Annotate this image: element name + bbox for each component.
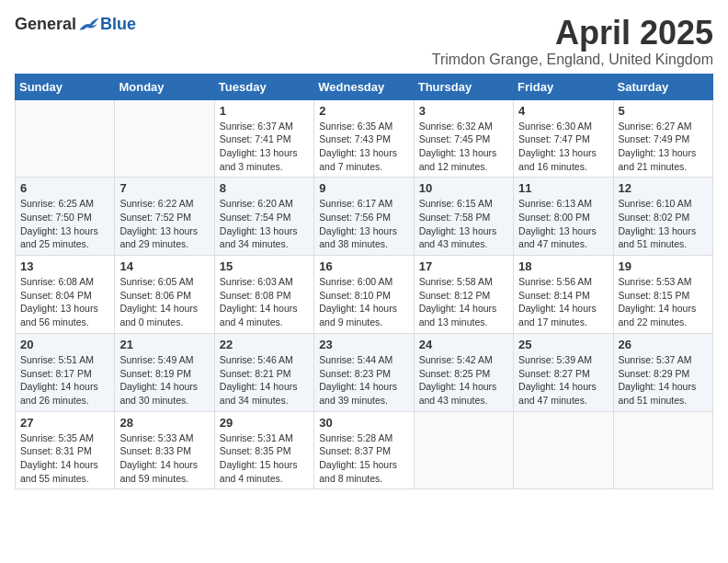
calendar-week-row: 1Sunrise: 6:37 AMSunset: 7:41 PMDaylight… [16, 99, 713, 178]
table-row: 9Sunrise: 6:17 AMSunset: 7:56 PMDaylight… [314, 178, 414, 256]
table-row: 27Sunrise: 5:35 AMSunset: 8:31 PMDayligh… [16, 411, 115, 489]
calendar-table: Sunday Monday Tuesday Wednesday Thursday… [15, 74, 713, 490]
day-number: 14 [119, 259, 209, 273]
day-info: Sunrise: 6:22 AMSunset: 7:52 PMDaylight:… [119, 197, 209, 251]
day-info: Sunrise: 6:20 AMSunset: 7:54 PMDaylight:… [220, 197, 309, 251]
day-number: 9 [319, 181, 408, 195]
table-row: 5Sunrise: 6:27 AMSunset: 7:49 PMDaylight… [613, 99, 712, 178]
table-row [514, 411, 613, 489]
day-number: 11 [518, 181, 608, 195]
col-saturday: Saturday [613, 74, 712, 99]
table-row: 21Sunrise: 5:49 AMSunset: 8:19 PMDayligh… [115, 333, 214, 411]
col-tuesday: Tuesday [214, 74, 313, 99]
calendar-week-row: 6Sunrise: 6:25 AMSunset: 7:50 PMDaylight… [16, 178, 713, 256]
table-row [414, 411, 513, 489]
day-info: Sunrise: 6:17 AMSunset: 7:56 PMDaylight:… [319, 197, 408, 251]
day-info: Sunrise: 5:58 AMSunset: 8:12 PMDaylight:… [419, 275, 508, 329]
day-info: Sunrise: 6:25 AMSunset: 7:50 PMDaylight:… [20, 197, 109, 251]
day-info: Sunrise: 6:37 AMSunset: 7:41 PMDaylight:… [220, 120, 309, 174]
table-row: 2Sunrise: 6:35 AMSunset: 7:43 PMDaylight… [314, 99, 414, 178]
calendar-header-row: Sunday Monday Tuesday Wednesday Thursday… [16, 74, 713, 99]
table-row: 10Sunrise: 6:15 AMSunset: 7:58 PMDayligh… [414, 178, 513, 256]
day-info: Sunrise: 5:28 AMSunset: 8:37 PMDaylight:… [319, 431, 408, 486]
day-info: Sunrise: 5:39 AMSunset: 8:27 PMDaylight:… [518, 353, 608, 408]
title-area: April 2025 Trimdon Grange, England, Unit… [432, 15, 713, 68]
table-row: 20Sunrise: 5:51 AMSunset: 8:17 PMDayligh… [16, 333, 115, 411]
table-row: 29Sunrise: 5:31 AMSunset: 8:35 PMDayligh… [214, 411, 313, 489]
table-row: 3Sunrise: 6:32 AMSunset: 7:45 PMDaylight… [414, 99, 513, 178]
day-info: Sunrise: 5:35 AMSunset: 8:31 PMDaylight:… [20, 431, 109, 486]
day-number: 27 [20, 416, 109, 430]
day-number: 17 [419, 259, 508, 273]
day-info: Sunrise: 5:44 AMSunset: 8:23 PMDaylight:… [319, 353, 408, 408]
table-row: 22Sunrise: 5:46 AMSunset: 8:21 PMDayligh… [214, 333, 313, 411]
table-row: 24Sunrise: 5:42 AMSunset: 8:25 PMDayligh… [414, 333, 513, 411]
calendar-week-row: 27Sunrise: 5:35 AMSunset: 8:31 PMDayligh… [16, 411, 713, 489]
table-row: 23Sunrise: 5:44 AMSunset: 8:23 PMDayligh… [314, 333, 414, 411]
day-info: Sunrise: 5:56 AMSunset: 8:14 PMDaylight:… [518, 275, 608, 329]
col-thursday: Thursday [414, 74, 513, 99]
day-number: 21 [119, 338, 209, 351]
day-number: 22 [220, 338, 309, 351]
day-number: 29 [220, 416, 309, 430]
logo-blue-text: Blue [100, 15, 136, 34]
day-number: 25 [518, 338, 608, 351]
col-friday: Friday [514, 74, 613, 99]
day-number: 26 [619, 338, 708, 351]
table-row: 1Sunrise: 6:37 AMSunset: 7:41 PMDaylight… [214, 99, 313, 178]
day-info: Sunrise: 5:37 AMSunset: 8:29 PMDaylight:… [619, 353, 708, 408]
day-info: Sunrise: 6:27 AMSunset: 7:49 PMDaylight:… [619, 120, 708, 174]
day-number: 2 [319, 104, 408, 118]
table-row [16, 99, 115, 178]
page-container: General Blue April 2025 Trimdon Grange, … [0, 0, 728, 499]
day-info: Sunrise: 5:51 AMSunset: 8:17 PMDaylight:… [20, 353, 109, 408]
day-number: 5 [619, 104, 708, 118]
day-info: Sunrise: 5:42 AMSunset: 8:25 PMDaylight:… [419, 353, 508, 408]
day-number: 19 [619, 259, 708, 273]
day-info: Sunrise: 6:05 AMSunset: 8:06 PMDaylight:… [119, 275, 209, 329]
day-number: 24 [419, 338, 508, 351]
table-row: 19Sunrise: 5:53 AMSunset: 8:15 PMDayligh… [613, 256, 712, 334]
table-row: 11Sunrise: 6:13 AMSunset: 8:00 PMDayligh… [514, 178, 613, 256]
day-number: 3 [419, 104, 508, 118]
location-subtitle: Trimdon Grange, England, United Kingdom [432, 52, 713, 68]
logo-bird-icon [78, 16, 100, 34]
day-number: 6 [20, 181, 109, 195]
day-number: 30 [319, 416, 408, 430]
col-monday: Monday [115, 74, 214, 99]
col-wednesday: Wednesday [314, 74, 414, 99]
day-info: Sunrise: 5:33 AMSunset: 8:33 PMDaylight:… [119, 431, 209, 486]
table-row: 8Sunrise: 6:20 AMSunset: 7:54 PMDaylight… [214, 178, 313, 256]
calendar-week-row: 20Sunrise: 5:51 AMSunset: 8:17 PMDayligh… [16, 333, 713, 411]
day-number: 4 [518, 104, 608, 118]
day-info: Sunrise: 6:30 AMSunset: 7:47 PMDaylight:… [518, 120, 608, 174]
day-number: 20 [20, 338, 109, 351]
table-row [115, 99, 214, 178]
day-info: Sunrise: 5:53 AMSunset: 8:15 PMDaylight:… [619, 275, 708, 329]
table-row: 26Sunrise: 5:37 AMSunset: 8:29 PMDayligh… [613, 333, 712, 411]
table-row: 7Sunrise: 6:22 AMSunset: 7:52 PMDaylight… [115, 178, 214, 256]
calendar-week-row: 13Sunrise: 6:08 AMSunset: 8:04 PMDayligh… [16, 256, 713, 334]
day-info: Sunrise: 6:10 AMSunset: 8:02 PMDaylight:… [619, 197, 708, 251]
day-info: Sunrise: 6:13 AMSunset: 8:00 PMDaylight:… [518, 197, 608, 251]
table-row: 12Sunrise: 6:10 AMSunset: 8:02 PMDayligh… [613, 178, 712, 256]
table-row: 16Sunrise: 6:00 AMSunset: 8:10 PMDayligh… [314, 256, 414, 334]
day-number: 8 [220, 181, 309, 195]
table-row: 13Sunrise: 6:08 AMSunset: 8:04 PMDayligh… [16, 256, 115, 334]
day-info: Sunrise: 6:08 AMSunset: 8:04 PMDaylight:… [20, 275, 109, 329]
logo: General Blue [15, 15, 136, 34]
month-title: April 2025 [432, 15, 713, 52]
day-info: Sunrise: 6:00 AMSunset: 8:10 PMDaylight:… [319, 275, 408, 329]
day-number: 28 [119, 416, 209, 430]
table-row: 18Sunrise: 5:56 AMSunset: 8:14 PMDayligh… [514, 256, 613, 334]
table-row: 4Sunrise: 6:30 AMSunset: 7:47 PMDaylight… [514, 99, 613, 178]
day-info: Sunrise: 6:03 AMSunset: 8:08 PMDaylight:… [220, 275, 309, 329]
day-info: Sunrise: 6:35 AMSunset: 7:43 PMDaylight:… [319, 120, 408, 174]
day-number: 23 [319, 338, 408, 351]
day-info: Sunrise: 6:15 AMSunset: 7:58 PMDaylight:… [419, 197, 508, 251]
table-row: 30Sunrise: 5:28 AMSunset: 8:37 PMDayligh… [314, 411, 414, 489]
day-number: 12 [619, 181, 708, 195]
header: General Blue April 2025 Trimdon Grange, … [15, 15, 713, 68]
table-row: 17Sunrise: 5:58 AMSunset: 8:12 PMDayligh… [414, 256, 513, 334]
day-number: 13 [20, 259, 109, 273]
